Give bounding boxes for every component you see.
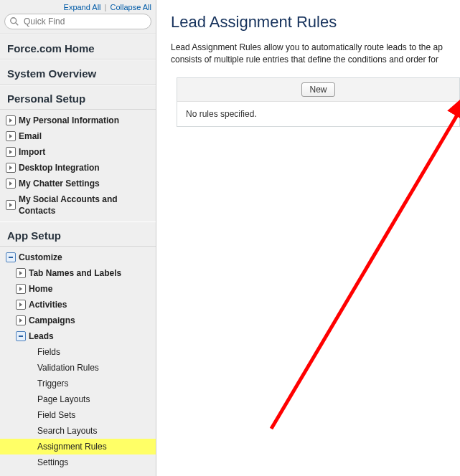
leads-child[interactable]: Fields	[0, 344, 156, 360]
search-icon	[9, 16, 19, 27]
svg-marker-4	[9, 150, 12, 154]
rules-toolbar: New	[177, 78, 459, 102]
collapse-icon	[6, 252, 16, 262]
page-title: Lead Assignment Rules	[171, 13, 460, 32]
svg-marker-5	[9, 166, 12, 170]
customize-node[interactable]: Customize	[0, 249, 156, 265]
nav-label: Search Layouts	[37, 425, 97, 437]
nav-label: Field Sets	[37, 409, 75, 421]
expand-icon	[6, 163, 16, 173]
collapse-icon	[16, 331, 26, 341]
personal-item[interactable]: Email	[0, 128, 156, 144]
nav-label: My Social Accounts and Contacts	[19, 194, 151, 216]
main-content: Lead Assignment Rules Lead Assignment Ru…	[156, 0, 460, 476]
collapse-all-link[interactable]: Collapse All	[111, 3, 151, 11]
desc-line-2: consists of multiple rule entries that d…	[171, 54, 438, 65]
svg-marker-10	[19, 287, 22, 291]
rules-empty-message: No rules specified.	[177, 102, 459, 126]
nav-label: Home	[29, 283, 52, 295]
expand-icon	[6, 115, 16, 125]
svg-rect-13	[19, 335, 23, 337]
customize-child[interactable]: Home	[0, 281, 156, 297]
nav-label: Import	[19, 146, 45, 158]
nav-label: Assignment Rules	[37, 441, 107, 452]
expand-icon	[16, 300, 26, 310]
expand-icon	[6, 147, 16, 157]
nav-label: My Chatter Settings	[19, 178, 100, 189]
forcecom-home-link[interactable]: Force.com Home	[0, 34, 156, 60]
svg-marker-3	[9, 134, 12, 138]
personal-item[interactable]: Import	[0, 144, 156, 160]
expand-icon	[6, 178, 16, 189]
leads-child[interactable]: Search Layouts	[0, 423, 156, 439]
nav-label: Page Layouts	[37, 394, 90, 405]
svg-marker-12	[19, 318, 22, 323]
link-separator: |	[105, 3, 107, 11]
customize-child[interactable]: Activities	[0, 297, 156, 313]
expand-icon	[16, 315, 26, 325]
leads-child[interactable]: Field Sets	[0, 407, 156, 423]
nav-label: Fields	[37, 346, 60, 358]
expand-icon	[16, 268, 26, 278]
customize-child[interactable]: Tab Names and Labels	[0, 265, 156, 281]
expand-icon	[16, 284, 26, 294]
personal-item[interactable]: Desktop Integration	[0, 160, 156, 176]
app-setup-tree: Customize Tab Names and LabelsHomeActivi…	[0, 247, 156, 473]
expand-icon	[6, 131, 16, 141]
svg-marker-2	[9, 118, 12, 123]
expand-all-link[interactable]: Expand All	[64, 3, 101, 11]
expand-icon	[6, 200, 16, 210]
nav-label: Tab Names and Labels	[29, 267, 121, 279]
nav-label: Email	[19, 130, 42, 142]
leads-child[interactable]: Triggers	[0, 376, 156, 391]
new-button[interactable]: New	[301, 82, 334, 97]
svg-marker-6	[9, 181, 12, 186]
svg-rect-8	[9, 257, 13, 258]
leads-label: Leads	[29, 330, 54, 342]
nav-label: My Personal Information	[19, 115, 119, 126]
system-overview-link[interactable]: System Overview	[0, 60, 156, 85]
page-description: Lead Assignment Rules allow you to autom…	[171, 42, 460, 66]
quick-find-input[interactable]	[22, 16, 146, 27]
svg-line-1	[16, 23, 19, 26]
leads-child[interactable]: Validation Rules	[0, 360, 156, 376]
quick-find-wrap[interactable]	[4, 14, 151, 29]
svg-marker-7	[9, 203, 12, 207]
nav-label: Activities	[29, 299, 67, 310]
app-setup-heading: App Setup	[0, 222, 156, 247]
personal-item[interactable]: My Personal Information	[0, 113, 156, 128]
nav-label: Settings	[37, 457, 68, 468]
setup-sidebar: Expand All | Collapse All Force.com Home…	[0, 0, 156, 476]
personal-setup-tree: My Personal InformationEmailImportDeskto…	[0, 110, 156, 222]
personal-setup-heading: Personal Setup	[0, 85, 156, 110]
leads-node[interactable]: Leads	[0, 328, 156, 344]
personal-item[interactable]: My Chatter Settings	[0, 176, 156, 191]
nav-label: Campaigns	[29, 315, 75, 326]
leads-child[interactable]: Page Layouts	[0, 391, 156, 407]
expand-collapse-links: Expand All | Collapse All	[4, 3, 151, 11]
svg-point-0	[11, 18, 17, 24]
sidebar-top: Expand All | Collapse All	[0, 0, 156, 34]
leads-child[interactable]: Settings	[0, 454, 156, 470]
desc-line-1: Lead Assignment Rules allow you to autom…	[171, 42, 443, 52]
customize-child[interactable]: Campaigns	[0, 313, 156, 328]
annotation-arrow	[142, 0, 460, 463]
leads-child-selected[interactable]: Assignment Rules	[0, 439, 156, 454]
nav-label: Validation Rules	[37, 362, 99, 373]
rules-panel: New No rules specified.	[177, 77, 460, 127]
svg-marker-9	[19, 271, 22, 275]
svg-marker-11	[19, 303, 22, 307]
personal-item[interactable]: My Social Accounts and Contacts	[0, 191, 156, 219]
nav-label: Triggers	[37, 378, 69, 389]
nav-label: Desktop Integration	[19, 162, 100, 173]
svg-line-14	[271, 95, 460, 429]
customize-label: Customize	[19, 252, 62, 263]
